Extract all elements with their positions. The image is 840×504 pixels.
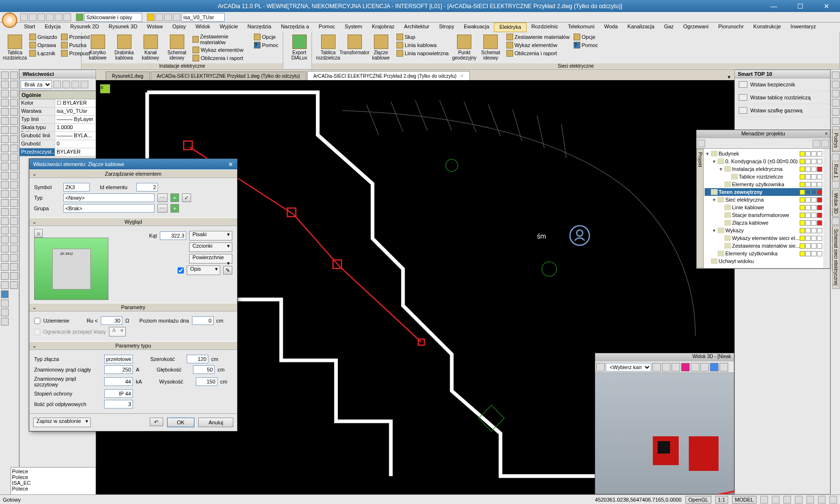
qa-new-icon[interactable]	[20, 13, 28, 21]
tree-node[interactable]: Stacje transformatorowe	[705, 211, 822, 219]
tool-6[interactable]	[1, 126, 9, 134]
maximize-button[interactable]: ☐	[791, 2, 810, 10]
grupa-open-btn[interactable]: ⋯	[157, 204, 168, 213]
v3d-camera[interactable]: <Wybierz kamerę>	[606, 363, 651, 372]
pisaki-select[interactable]: Pisaki	[189, 231, 232, 240]
tree-node[interactable]: Wykazy elementów sieci el...	[705, 234, 822, 242]
tool2-1[interactable]	[10, 81, 18, 88]
tool-7[interactable]	[1, 135, 9, 143]
ribbon-Słup[interactable]: Słup	[395, 33, 450, 41]
qa-undo-icon[interactable]	[55, 13, 62, 21]
menu-narzędzia[interactable]: Narzędzia	[243, 23, 276, 32]
v3d-b5[interactable]	[691, 363, 699, 372]
opis-checkbox[interactable]	[178, 267, 184, 274]
tool2-0[interactable]	[10, 72, 18, 79]
v3d-b1[interactable]	[652, 363, 661, 372]
symbol-input[interactable]	[63, 183, 90, 192]
typ-check-btn[interactable]: ✓	[182, 193, 191, 202]
menu-narzędzia a[interactable]: Narzędzia a	[276, 23, 314, 32]
tool-25[interactable]	[1, 300, 9, 307]
prop-row[interactable]: Warstwaisa_V0_TUsr	[20, 108, 96, 116]
menu-rozdzielnic[interactable]: Rozdzielnic	[527, 23, 563, 32]
ribbon-Obliczenia i raport[interactable]: Obliczenia i raport	[505, 49, 571, 57]
tool-3[interactable]	[1, 99, 9, 107]
v3d-b2[interactable]	[662, 363, 671, 372]
menu-architektur[interactable]: Architektur	[399, 23, 434, 32]
menu-inwentaryz[interactable]: Inwentaryz	[786, 23, 821, 32]
tree-node[interactable]: ▾Budynek	[705, 150, 822, 157]
ribbon-tablica-rozdzielcza[interactable]: Tablica rozdzielcza	[3, 33, 27, 68]
menu-system[interactable]: System	[340, 23, 367, 32]
status-opengl[interactable]: OpenGL	[685, 496, 711, 504]
tool2-4[interactable]	[10, 108, 18, 116]
qa-icon-2[interactable]	[164, 13, 172, 21]
tool-14[interactable]	[1, 199, 9, 207]
tool-9[interactable]	[1, 154, 9, 161]
menu-rysunek 3d[interactable]: Rysunek 3D	[104, 23, 142, 32]
angle-input[interactable]	[160, 231, 186, 240]
pm-side-tab[interactable]: Projekt	[696, 149, 704, 268]
v3d-home-icon[interactable]	[596, 363, 605, 372]
tool2-14[interactable]	[10, 199, 18, 207]
app-logo[interactable]	[2, 12, 17, 28]
powierzchnie-select[interactable]: Powierzchnie	[189, 254, 232, 264]
tabs-dropdown-icon[interactable]: ▾	[728, 74, 731, 80]
ribbon-Obliczenia i raport[interactable]: Obliczenia i raport	[191, 54, 252, 62]
canvas-menu-icon[interactable]: ≡	[100, 84, 110, 94]
qa-icon-1[interactable]	[156, 13, 163, 21]
tool2-9[interactable]	[10, 154, 18, 161]
tree-node[interactable]: Elementy użytkownika	[705, 180, 822, 188]
pm-tree[interactable]: ▾Budynek▾0. Kondygnacja 0 (±0.00=0.00)▾I…	[704, 149, 823, 268]
prop-row[interactable]: Typ linii——— ByLayer	[20, 116, 96, 124]
v3d-b7[interactable]	[710, 363, 719, 372]
tool2-12[interactable]	[10, 181, 18, 189]
menu-start[interactable]: Start	[19, 23, 40, 32]
tool2-21[interactable]	[10, 263, 18, 271]
prop-section[interactable]: Ogólnie	[20, 91, 96, 99]
vtab-rzut1[interactable]: Rzut 1	[832, 161, 840, 181]
tool-18[interactable]	[1, 236, 9, 243]
props-tbtn-2[interactable]	[62, 81, 70, 88]
tool-13[interactable]	[1, 190, 9, 198]
tool2-15[interactable]	[10, 208, 18, 216]
sb-icon-6[interactable]	[818, 496, 826, 504]
tool2-20[interactable]	[10, 254, 18, 262]
ribbon-Wykaz elementów[interactable]: Wykaz elementów	[191, 46, 252, 54]
type-input[interactable]	[104, 400, 133, 408]
rtool-4[interactable]	[832, 108, 840, 116]
doc-tab[interactable]: Rysunek1.dwg	[106, 72, 150, 80]
menu-rysunek 2d[interactable]: Rysunek 2D	[65, 23, 104, 32]
qa-mode-combo[interactable]	[84, 13, 142, 22]
prop-row[interactable]: Skala typu linii1.0000	[20, 124, 96, 132]
tool2-17[interactable]	[10, 227, 18, 234]
tool-24[interactable]	[1, 290, 9, 298]
vtab-schemat[interactable]: Schemat sieci elektrycznej	[832, 226, 840, 289]
grupa-add-btn[interactable]: +	[170, 204, 179, 213]
cancel-button[interactable]: Anuluj	[198, 418, 233, 427]
view3d-canvas[interactable]	[595, 373, 734, 494]
v3d-b3[interactable]	[672, 363, 680, 372]
tool-17[interactable]	[1, 227, 9, 234]
tree-node[interactable]: ▾0. Kondygnacja 0 (±0.00=0.00)	[705, 157, 822, 165]
sb-icon-4[interactable]	[795, 496, 803, 504]
tool2-8[interactable]	[10, 144, 18, 152]
pm-tbtn-2[interactable]	[813, 140, 820, 147]
qa-layer-combo[interactable]	[181, 13, 225, 22]
ribbon-Wykaz elementów[interactable]: Wykaz elementów	[505, 41, 571, 49]
tool-1[interactable]	[1, 81, 9, 88]
tool2-18[interactable]	[10, 236, 18, 243]
menu-telekomuni[interactable]: Telekomuni	[563, 23, 600, 32]
czcionki-select[interactable]: Czcionki	[189, 242, 232, 252]
tool-22[interactable]	[1, 272, 9, 280]
ribbon-Zestawienie materiałów[interactable]: Zestawienie materiałów	[191, 33, 252, 46]
tool-0[interactable]	[1, 72, 9, 79]
type-input[interactable]	[104, 355, 133, 363]
smart-item[interactable]: Wstaw bezpiecznik	[735, 78, 830, 91]
props-tbtn-3[interactable]	[72, 81, 79, 88]
ribbon-pomoc-2[interactable]: ?Pomoc	[572, 41, 600, 49]
ru-input[interactable]	[101, 316, 122, 325]
smart-item[interactable]: Wstaw tablicę rozdzielczą	[735, 91, 830, 104]
vtab-widok3d[interactable]: Widok 3D	[832, 190, 840, 217]
tree-node[interactable]: ▾Sieć elektryczna	[705, 196, 822, 204]
tool-19[interactable]	[1, 245, 9, 252]
